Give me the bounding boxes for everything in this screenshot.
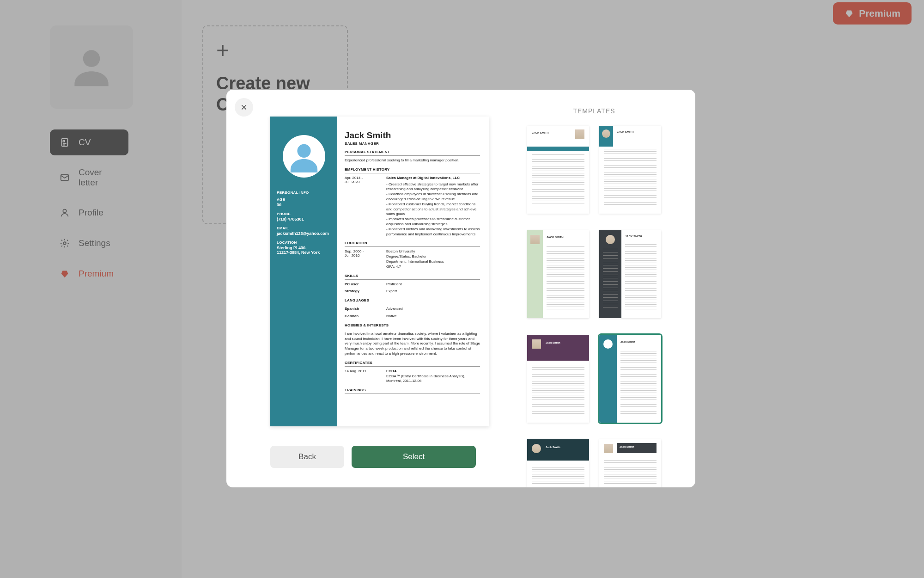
cv-sec-hobbies: HOBBIES & INTERESTS (345, 323, 480, 329)
cv-email-label: EMAIL (277, 226, 331, 230)
mini-name: Jack Smith (546, 446, 560, 449)
cv-phone-label: PHONE (277, 212, 331, 216)
cv-sec-train: TRAININGS (345, 388, 480, 394)
modal-actions: Back Select (270, 446, 476, 468)
cv-cert-desc: ECBA™ (Entry Certificate in Business Ana… (386, 374, 480, 384)
cv-edu-period: Sep. 2006 - Jul. 2010 (345, 249, 382, 269)
mini-name: Jack Smith (620, 340, 635, 343)
cv-emp-bullets: - Created effective strategies to target… (386, 182, 480, 237)
template-thumb-8[interactable]: Jack Smith (599, 439, 661, 487)
cv-sec-edu: EDUCATION (345, 241, 480, 247)
cv-edu-body: Boston University Degree/Status: Bachelo… (386, 249, 480, 269)
mini-name: Jack Smith (546, 341, 560, 344)
cv-emp-body: Sales Manager at Digital Innovations, LL… (386, 176, 480, 237)
template-thumb-2[interactable]: JACK SMITH (599, 126, 661, 214)
cv-lang-name: German (345, 314, 382, 319)
cv-sec-lang: LANGUAGES (345, 298, 480, 304)
cv-preview: PERSONAL INFO AGE 30 PHONE (718) 4785301… (270, 117, 489, 426)
cv-cert-body: ECBA ECBA™ (Entry Certificate in Busines… (386, 369, 480, 384)
back-button[interactable]: Back (270, 446, 344, 468)
template-thumb-5[interactable]: Jack Smith (527, 335, 589, 423)
mini-name: JACK SMITH (617, 130, 634, 133)
cv-sec-emp: EMPLOYMENT HISTORY (345, 167, 480, 173)
template-thumb-3[interactable]: JACK SMITH (527, 230, 589, 318)
cv-skill-level: Expert (386, 289, 480, 294)
select-button[interactable]: Select (352, 446, 476, 468)
cv-statement-text: Experienced professional seeking to fill… (345, 158, 480, 163)
cv-role: SALES MANAGER (345, 141, 480, 146)
cv-email: jacksmith123@yahoo.com (277, 231, 331, 236)
template-thumb-7[interactable]: Jack Smith (527, 439, 589, 487)
mini-name: JACK SMITH (547, 236, 564, 239)
cv-sec-cert: CERTIFICATES (345, 361, 480, 367)
cv-lang-name: Spanish (345, 307, 382, 312)
cv-preview-sidebar: PERSONAL INFO AGE 30 PHONE (718) 4785301… (270, 117, 337, 426)
modal-preview-pane: PERSONAL INFO AGE 30 PHONE (718) 4785301… (226, 90, 490, 487)
cv-sec-statement: PERSONAL STATEMENT (345, 150, 480, 156)
template-modal: PERSONAL INFO AGE 30 PHONE (718) 4785301… (226, 90, 695, 487)
cv-name: Jack Smith (345, 130, 480, 141)
template-thumb-6[interactable]: Jack Smith (599, 335, 661, 423)
cv-preview-body: Jack Smith SALES MANAGER PERSONAL STATEM… (337, 117, 489, 426)
cv-skill-level: Proficient (386, 282, 480, 287)
cv-age-label: AGE (277, 197, 331, 202)
cv-cert-date: 14 Aug. 2011 (345, 369, 382, 384)
close-icon (240, 104, 248, 111)
cv-cert-name: ECBA (386, 369, 397, 373)
cv-info-title: PERSONAL INFO (277, 191, 331, 195)
cv-skill-name: PC user (345, 282, 382, 287)
mini-name: JACK SMITH (625, 235, 642, 238)
cv-phone: (718) 4785301 (277, 217, 331, 221)
cv-age: 30 (277, 203, 331, 207)
cv-hobbies-text: I am involved in a local amateur dramati… (345, 332, 480, 357)
cv-lang-level: Native (386, 314, 480, 319)
cv-lang-level: Advanced (386, 307, 480, 312)
close-button[interactable] (235, 98, 253, 117)
cv-skill-name: Strategy (345, 289, 382, 294)
templates-pane: TEMPLATES JACK SMITH JACK SMITH JACK SMI… (490, 90, 695, 487)
svg-point-6 (297, 144, 310, 158)
cv-loc-label: LOCATION (277, 240, 331, 245)
template-thumb-1[interactable]: JACK SMITH (527, 126, 589, 214)
template-thumb-4[interactable]: JACK SMITH (599, 230, 661, 318)
templates-heading: TEMPLATES (515, 107, 673, 115)
cv-emp-period: Apr. 2014 - Jul. 2020 (345, 176, 382, 237)
person-placeholder-icon (288, 140, 320, 172)
mini-name: JACK SMITH (532, 131, 549, 134)
cv-emp-job: Sales Manager at Digital Innovations, LL… (386, 176, 460, 180)
cv-loc: Sterling Pl 430, 11217-3984, New York (277, 246, 331, 255)
templates-grid: JACK SMITH JACK SMITH JACK SMITH (515, 126, 673, 487)
cv-avatar (283, 135, 325, 178)
cv-sec-skills: SKILLS (345, 274, 480, 280)
mini-name: Jack Smith (620, 445, 634, 448)
